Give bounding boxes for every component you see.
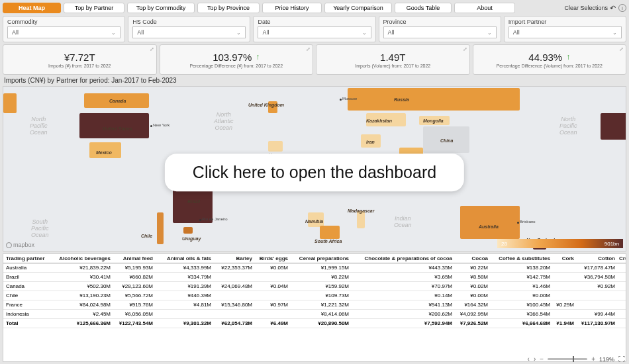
country-label: Iran xyxy=(366,140,375,144)
table-row[interactable]: Canada¥502.30M¥28,123.60M¥191.39M¥24,069… xyxy=(3,282,626,291)
info-icon[interactable]: i xyxy=(618,4,626,12)
data-cell xyxy=(156,310,214,318)
country-label: Kazakhstan xyxy=(366,118,392,123)
data-cell: ¥0.00M xyxy=(491,291,553,300)
country-label: Mongolia xyxy=(423,118,444,123)
mapbox-logo: mapbox xyxy=(6,242,34,248)
plus-icon[interactable]: + xyxy=(591,355,595,363)
tab-price-history[interactable]: Price History xyxy=(262,3,322,13)
tab-goods-table[interactable]: Goods Table xyxy=(395,3,452,13)
zoom-slider[interactable] xyxy=(548,358,587,360)
filter-hs-code: HS Code All ⌄ xyxy=(128,16,250,42)
table-header-cell[interactable]: Animal feed xyxy=(113,254,156,263)
data-cell: ¥100.45M xyxy=(491,300,553,309)
color-legend: 28 901bn xyxy=(497,239,623,248)
table-row[interactable]: Indonesia¥2.45M¥6,056.05M¥8,414.06M¥208.… xyxy=(3,310,626,319)
chevron-down-icon: ⌄ xyxy=(487,30,492,36)
table-header-cell[interactable]: Barley xyxy=(214,254,255,263)
table-header-row: Trading partnerAlcoholic beveragesAnimal… xyxy=(3,254,626,263)
filter-dropdown[interactable]: All ⌄ xyxy=(258,26,371,38)
expand-icon[interactable]: ⤢ xyxy=(463,46,467,52)
tab-yearly-comparison[interactable]: Yearly Comparison xyxy=(324,3,392,13)
country-shape[interactable] xyxy=(460,206,520,239)
data-cell xyxy=(553,282,577,291)
table-row[interactable]: Australia¥21,839.22M¥5,195.93M¥4,333.99M… xyxy=(3,263,626,273)
country-label: Namibia xyxy=(305,219,323,224)
country-shape[interactable] xyxy=(320,226,340,239)
chevron-left-icon[interactable]: ‹ xyxy=(528,355,530,363)
minus-icon[interactable]: − xyxy=(540,355,544,363)
total-cell: ¥117,130.97M xyxy=(577,319,618,328)
table-header-cell[interactable]: Alcoholic beverages xyxy=(51,254,113,263)
table-header-cell[interactable]: Cocoa xyxy=(455,254,491,263)
data-cell xyxy=(214,273,255,281)
data-cell: ¥0.05M xyxy=(255,263,291,272)
data-cell: ¥17,678.47M xyxy=(577,263,618,272)
table-header-cell[interactable]: Cotton xyxy=(577,254,618,263)
filter-dropdown[interactable]: All ⌄ xyxy=(132,26,246,38)
partner-cell: Brazil xyxy=(3,273,51,281)
zoom-footer: ‹ › − + 119% ⛶ xyxy=(528,355,625,363)
table-row[interactable]: Brazil¥30.41M¥660.82M¥334.79M¥8.22M¥3.65… xyxy=(3,273,626,282)
table-header-cell[interactable]: Birds' eggs xyxy=(255,254,291,263)
data-cell: ¥70.97M xyxy=(352,282,455,291)
data-cell: ¥99.44M xyxy=(577,310,618,318)
expand-icon[interactable]: ⤢ xyxy=(150,46,154,52)
filter-dropdown[interactable]: All ⌄ xyxy=(7,26,121,38)
data-cell xyxy=(577,300,618,309)
country-label: Madagascar xyxy=(348,208,374,213)
expand-icon[interactable]: ⛶ xyxy=(618,355,625,363)
tab-heat-map[interactable]: Heat Map xyxy=(3,3,61,13)
data-cell xyxy=(618,300,626,309)
country-shape[interactable] xyxy=(357,211,365,228)
table-header-cell[interactable]: Crude vi xyxy=(618,254,626,263)
filter-label: Commodity xyxy=(7,19,121,25)
clear-selections-link[interactable]: Clear Selections ↶ xyxy=(564,4,616,13)
tab-top-by-partner[interactable]: Top by Partner xyxy=(64,3,124,13)
arrow-up-icon: ↑ xyxy=(566,52,570,62)
country-label: Brazil xyxy=(187,199,200,204)
tab-top-by-commodity[interactable]: Top by Commodity xyxy=(127,3,195,13)
data-cell: ¥2.45M xyxy=(51,310,113,318)
kpi-value: 44.93% xyxy=(528,52,562,63)
tab-about[interactable]: About xyxy=(454,3,515,13)
data-cell: ¥4,333.99M xyxy=(156,263,214,272)
city-dot xyxy=(199,219,201,221)
country-label: China xyxy=(440,138,453,143)
country-shape[interactable] xyxy=(268,141,283,152)
data-cell: ¥138.20M xyxy=(491,263,553,272)
data-cell: ¥15,346.80M xyxy=(214,300,255,309)
total-label: Total xyxy=(3,319,51,328)
country-shape[interactable] xyxy=(348,88,520,111)
table-header-cell[interactable]: Chocolate & preparations of cocoa xyxy=(352,254,455,263)
data-cell: ¥0.04M xyxy=(255,282,291,291)
filter-dropdown[interactable]: All ⌄ xyxy=(508,26,622,38)
country-shape[interactable] xyxy=(183,227,193,234)
open-dashboard-button[interactable]: Click here to open the dashboard xyxy=(165,154,464,191)
table-header-cell[interactable]: Animal oils & fats xyxy=(156,254,214,263)
table-header-cell[interactable]: Coffee & substitutes xyxy=(491,254,553,263)
chevron-right-icon[interactable]: › xyxy=(534,355,536,363)
country-shape[interactable] xyxy=(3,93,17,113)
total-cell: ¥9,301.32M xyxy=(156,319,214,328)
table-row[interactable]: France¥84,024.98M¥915.76M¥4.81M¥15,346.8… xyxy=(3,300,626,310)
expand-icon[interactable]: ⤢ xyxy=(306,46,311,52)
kpi-card-1: ⤢ 103.97% ↑ Percentage Difference (¥) fr… xyxy=(160,44,314,75)
table-row[interactable]: Chile¥13,190.23M¥5,566.72M¥446.39M¥109.7… xyxy=(3,291,626,300)
filter-dropdown[interactable]: All ⌄ xyxy=(383,26,497,38)
filter-commodity: Commodity All ⌄ xyxy=(3,16,125,42)
tab-top-by-province[interactable]: Top by Province xyxy=(197,3,260,13)
country-shape[interactable] xyxy=(79,113,149,138)
country-shape[interactable] xyxy=(601,113,626,140)
undo-icon: ↶ xyxy=(610,4,616,13)
city-label: Rio de Janeiro xyxy=(202,217,228,221)
kpi-value: 103.97% xyxy=(213,52,252,63)
expand-icon[interactable]: ⤢ xyxy=(619,46,624,52)
table-header-cell[interactable]: Cereal preparations xyxy=(291,254,352,263)
table-header-cell[interactable]: Trading partner xyxy=(3,254,51,263)
country-shape[interactable] xyxy=(157,212,164,244)
data-cell: ¥502.30M xyxy=(51,282,113,291)
imports-table: Trading partnerAlcoholic beveragesAnimal… xyxy=(3,253,626,362)
heat-map[interactable]: CanadaUnited StatesMexicoBrazilChileUrug… xyxy=(3,86,626,251)
table-header-cell[interactable]: Cork xyxy=(553,254,577,263)
